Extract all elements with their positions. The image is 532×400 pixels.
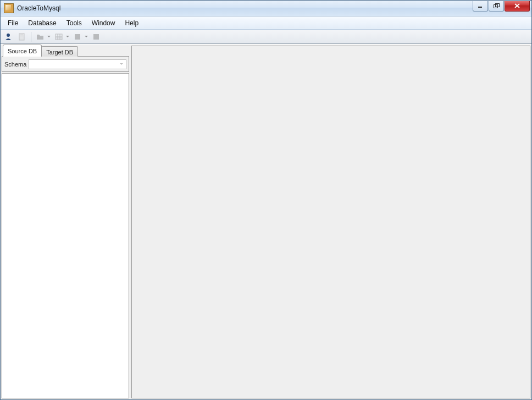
chevron-down-icon <box>47 35 51 39</box>
minimize-button[interactable] <box>473 1 488 12</box>
menu-tools[interactable]: Tools <box>62 18 87 28</box>
tabstrip: Source DB Target DB <box>2 46 129 57</box>
tab-source-db[interactable]: Source DB <box>3 45 42 57</box>
toolbar <box>1 30 531 44</box>
content-pane <box>131 46 530 398</box>
grid-icon <box>54 32 63 41</box>
client-area: Source DB Target DB Schema <box>1 44 531 399</box>
stop-icon <box>92 33 100 41</box>
toolbar-connect-button[interactable] <box>3 31 15 43</box>
menu-database[interactable]: Database <box>23 18 61 28</box>
maximize-icon <box>494 3 500 9</box>
svg-rect-9 <box>56 34 62 40</box>
left-pane: Source DB Target DB Schema <box>2 46 129 398</box>
person-icon <box>4 32 13 41</box>
menu-window[interactable]: Window <box>87 18 120 28</box>
svg-rect-6 <box>19 34 24 40</box>
tab-target-db[interactable]: Target DB <box>41 46 78 57</box>
svg-rect-7 <box>20 35 23 35</box>
svg-rect-8 <box>20 36 23 36</box>
maximize-button[interactable] <box>489 1 504 12</box>
toolbar-import-button[interactable] <box>34 31 46 43</box>
toolbar-run-caret[interactable] <box>84 35 89 39</box>
toolbar-run-dropdown[interactable] <box>71 31 89 43</box>
window-title: OracleToMysql <box>17 4 60 12</box>
chevron-down-icon <box>65 35 70 39</box>
schema-label: Schema <box>4 61 26 68</box>
schema-select[interactable] <box>29 59 126 69</box>
svg-point-5 <box>7 34 10 37</box>
folder-icon <box>36 32 45 41</box>
toolbar-export-caret[interactable] <box>65 35 70 39</box>
window-controls <box>473 1 530 12</box>
close-icon <box>514 3 520 9</box>
app-icon <box>4 3 14 13</box>
toolbar-stop-button[interactable] <box>90 31 102 43</box>
toolbar-import-dropdown[interactable] <box>34 31 52 43</box>
square-icon <box>74 33 81 41</box>
menu-file[interactable]: File <box>3 18 23 28</box>
toolbar-import-caret[interactable] <box>46 35 52 39</box>
document-icon <box>18 32 26 41</box>
menu-help[interactable]: Help <box>120 18 143 28</box>
schema-row: Schema <box>2 56 129 72</box>
svg-rect-14 <box>75 34 80 40</box>
chevron-down-icon <box>119 60 124 68</box>
minimize-icon <box>478 3 483 9</box>
toolbar-separator <box>31 32 31 42</box>
svg-rect-15 <box>93 34 99 40</box>
app-window: OracleToMysql File Database Tools <box>0 0 532 400</box>
menubar: File Database Tools Window Help <box>1 16 531 30</box>
chevron-down-icon <box>84 35 88 39</box>
toolbar-run-button[interactable] <box>71 31 84 43</box>
close-button[interactable] <box>505 1 530 12</box>
toolbar-export-dropdown[interactable] <box>53 31 70 43</box>
toolbar-export-button[interactable] <box>53 31 65 43</box>
toolbar-task-button[interactable] <box>16 31 28 43</box>
table-list[interactable] <box>2 73 129 398</box>
titlebar[interactable]: OracleToMysql <box>1 1 531 16</box>
